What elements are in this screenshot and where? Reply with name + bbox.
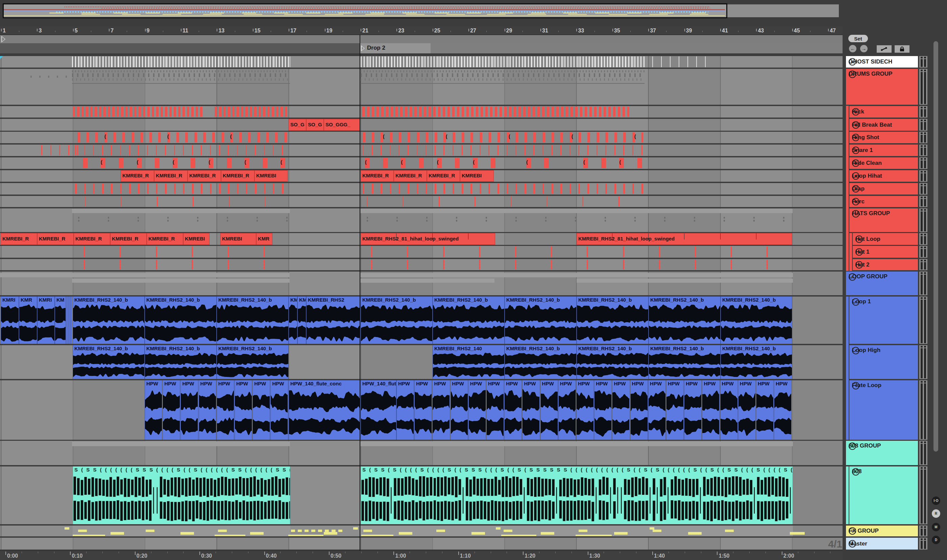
- audio-clip[interactable]: KMRI: [288, 297, 298, 344]
- lane-ghost[interactable]: [0, 56, 842, 68]
- audio-clip[interactable]: KMREBI_RHS2_140_b: [433, 297, 504, 344]
- time-ruler[interactable]: 0:000:100:200:300:400:501:001:101:201:30…: [0, 551, 842, 560]
- midi-note[interactable]: [111, 532, 124, 535]
- clip[interactable]: SO_GGG_: [324, 119, 360, 131]
- clip[interactable]: KMREBI_R: [74, 233, 110, 245]
- time-ruler-label[interactable]: 0:50: [330, 553, 341, 559]
- lane-ride[interactable]: (((((((((((((: [0, 157, 842, 169]
- fx-clip-bg[interactable]: [72, 526, 290, 536]
- track-header-fx-group[interactable]: ≡FX GROUP: [846, 526, 918, 536]
- midi-note[interactable]: [504, 529, 512, 532]
- track-name[interactable]: Loop High: [852, 347, 881, 354]
- track-name[interactable]: LOOP GROUP: [849, 273, 887, 280]
- track-header-hats-group[interactable]: ≡HATS GROUP: [849, 208, 918, 232]
- track-header-e08[interactable]: ▼808: [849, 466, 918, 524]
- time-ruler-label[interactable]: 1:50: [719, 553, 730, 559]
- clip[interactable]: KMREBI_R: [154, 170, 188, 182]
- midi-note[interactable]: [652, 529, 662, 532]
- midi-note[interactable]: [78, 529, 87, 532]
- midi-note[interactable]: [725, 529, 734, 532]
- track-header-clap[interactable]: ▶Clap: [849, 183, 918, 195]
- audio-clip[interactable]: KMREBI_RHS2_140_b: [504, 345, 577, 379]
- lane-hat1[interactable]: [0, 246, 842, 258]
- audio-clip[interactable]: KMREBI_RHS2_140: [433, 345, 504, 379]
- audio-clip[interactable]: KMREBI_RHS2_140_b: [145, 345, 217, 379]
- midi-note[interactable]: [298, 529, 302, 532]
- track-name[interactable]: Fill Break Beat: [852, 122, 892, 128]
- track-name[interactable]: Flute Loop: [852, 382, 881, 389]
- audio-clip[interactable]: KMREBI_RHS2_140_b: [577, 297, 649, 344]
- clip-blocks[interactable]: ((((((: [83, 158, 291, 168]
- audio-clip[interactable]: HPW: [558, 380, 576, 440]
- midi-note[interactable]: [649, 527, 654, 529]
- track-name[interactable]: Clap: [852, 185, 865, 192]
- track-header-ride[interactable]: ▶Ride Clean: [849, 157, 918, 169]
- lane-hat2[interactable]: [0, 259, 842, 270]
- clip-ticks[interactable]: [72, 107, 205, 117]
- clip-blocks[interactable]: ((((: [365, 158, 504, 168]
- track-name[interactable]: Kick: [852, 108, 864, 115]
- clip[interactable]: KMR: [256, 233, 272, 245]
- audio-clip[interactable]: HPW: [666, 380, 684, 440]
- rail-button-d[interactable]: D: [932, 536, 940, 544]
- audio-clip[interactable]: HPW: [414, 380, 432, 440]
- clip-blocks[interactable]: (((((: [362, 132, 643, 143]
- midi-note[interactable]: [353, 527, 358, 529]
- lane-loophihat[interactable]: KMREBI_RKMREBI_RKMREBI_RKMREBI_RKMREBIKM…: [0, 170, 842, 182]
- audio-clip[interactable]: HPW: [163, 380, 180, 440]
- lane-perc[interactable]: [0, 196, 842, 207]
- midi-note[interactable]: [361, 535, 393, 536]
- clip-ticks[interactable]: [367, 197, 645, 206]
- audio-clip[interactable]: HPW_140_flute_conc: [288, 380, 361, 440]
- audio-clip[interactable]: KMREBI_RHS2_140_b: [72, 345, 145, 379]
- midi-note[interactable]: [318, 529, 322, 532]
- clip[interactable]: KMREBI_R: [110, 233, 147, 245]
- clip-blocks[interactable]: ((: [583, 158, 646, 168]
- lane-master[interactable]: [0, 538, 842, 549]
- audio-clip[interactable]: KMREBI_RHS2_140_b: [504, 297, 577, 344]
- midi-note[interactable]: [218, 529, 227, 532]
- midi-note[interactable]: [436, 529, 445, 532]
- audio-clip[interactable]: KMREBI_RHS2_140_b: [217, 345, 288, 379]
- time-ruler-label[interactable]: 0:20: [137, 553, 147, 559]
- clip-ticks[interactable]: [371, 246, 794, 257]
- lane-e08[interactable]: S ( S S ( ( ( ( ( ( ( S S S ( ( ( ( S ( …: [0, 466, 842, 524]
- audio-clip[interactable]: HPW: [630, 380, 648, 440]
- audio-clip[interactable]: HPW: [486, 380, 504, 440]
- clip-ticks[interactable]: [84, 246, 290, 257]
- midi-note[interactable]: [65, 527, 69, 529]
- lane-fx-group[interactable]: [0, 526, 842, 536]
- track-name[interactable]: Hat Loop: [855, 236, 881, 243]
- clip-ticks[interactable]: [362, 107, 629, 117]
- clip[interactable]: KMREBI_R: [147, 233, 183, 245]
- clip[interactable]: KMREBI_R: [188, 170, 221, 182]
- audio-clip[interactable]: HPW: [270, 380, 288, 440]
- track-header-ring[interactable]: ▶Ring Shot: [849, 132, 918, 143]
- audio-clip[interactable]: HPW: [396, 380, 414, 440]
- track-header-kick[interactable]: ▶Kick: [849, 106, 918, 117]
- clip-ticks[interactable]: [75, 145, 289, 155]
- rail-button-m[interactable]: M: [932, 523, 940, 531]
- lane-ring[interactable]: ((((((((: [0, 132, 842, 143]
- midi-note[interactable]: [363, 529, 372, 532]
- track-header-e08-group[interactable]: ≡808 GROUP: [846, 441, 918, 465]
- audio-clip[interactable]: KMREBI_RHS2_140_b: [361, 297, 433, 344]
- time-ruler-label[interactable]: 1:40: [654, 553, 665, 559]
- track-name[interactable]: FX GROUP: [849, 528, 879, 534]
- audio-clip[interactable]: S ( S S ( S ( ( ( ( S ( ( ( ( S ( ( S S …: [361, 466, 793, 524]
- audio-clip[interactable]: HPW: [145, 380, 162, 440]
- set-locator-button[interactable]: Set: [848, 35, 868, 42]
- audio-clip[interactable]: HPW: [774, 380, 791, 440]
- audio-clip[interactable]: HPW: [756, 380, 774, 440]
- track-name[interactable]: Hat 2: [855, 262, 870, 268]
- audio-clip[interactable]: HPW: [522, 380, 540, 440]
- audio-clip[interactable]: KMREBI_RHS2_140_b: [720, 297, 792, 344]
- audio-clip[interactable]: HPW: [540, 380, 558, 440]
- ghost-midi-ticks[interactable]: [72, 56, 291, 68]
- clip[interactable]: KMREBI_R: [427, 170, 460, 182]
- clip[interactable]: KMREBI: [254, 170, 288, 182]
- audio-clip[interactable]: HPW_140_flute_con: [361, 380, 396, 440]
- midi-note[interactable]: [578, 529, 588, 532]
- audio-clip[interactable]: HPW: [738, 380, 756, 440]
- time-ruler-label[interactable]: 1:20: [524, 553, 535, 559]
